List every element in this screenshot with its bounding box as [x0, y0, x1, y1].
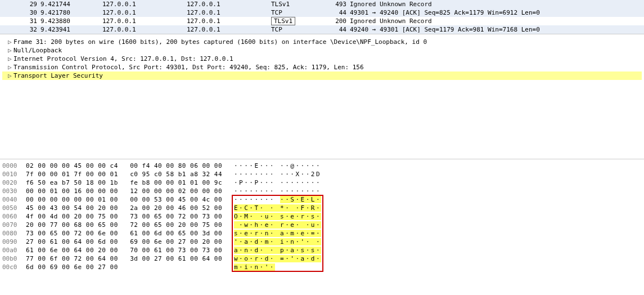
- col-protocol: TLSv1: [271, 17, 316, 25]
- packet-row[interactable]: 319.423880127.0.0.1127.0.0.1TLSv1200Igno…: [0, 17, 644, 25]
- expand-triangle-icon[interactable]: ▷: [8, 38, 13, 46]
- packet-details-tree[interactable]: ▷Frame 31: 200 bytes on wire (1600 bits)…: [0, 34, 644, 159]
- hex-ascii: E·C·T· · *· ·F·R·: [223, 204, 321, 212]
- hex-row[interactable]: 004000 00 00 00 00 00 01 00 00 00 53 00 …: [2, 195, 642, 204]
- hex-ascii: ········ ···X··2D: [223, 170, 321, 178]
- packet-row[interactable]: 329.423941127.0.0.1127.0.0.1TCP4449240 →…: [0, 25, 644, 34]
- hex-ascii: ·w·h·e· r·e· ·u·: [223, 221, 321, 229]
- hex-bytes: f6 50 ea b7 50 18 00 1b fe b8 00 00 01 0…: [26, 178, 223, 187]
- col-time: 9.421780: [40, 8, 102, 17]
- hex-row[interactable]: 0020f6 50 ea b7 50 18 00 1b fe b8 00 00 …: [2, 178, 642, 187]
- col-length: 493: [316, 0, 350, 8]
- hex-bytes: 02 00 00 00 45 00 00 c4 00 f4 40 00 80 0…: [26, 162, 223, 170]
- hex-offset: 0090: [2, 238, 26, 246]
- hex-ascii: O·M· ·u· s·e·r·s·: [223, 212, 321, 221]
- hex-bytes: 73 00 65 00 72 00 6e 00 61 00 6d 00 65 0…: [26, 229, 223, 238]
- hex-ascii: ····E··· ··@·····: [223, 162, 321, 170]
- hex-bytes: 61 00 6e 00 64 00 20 00 70 00 61 00 73 0…: [26, 246, 223, 254]
- packet-row[interactable]: 309.421780127.0.0.1127.0.0.1TCP4449301 →…: [0, 8, 644, 17]
- hex-bytes: 00 00 01 00 16 00 00 00 12 00 00 00 02 0…: [26, 187, 223, 195]
- hex-ascii: ·P··P··· ········: [223, 178, 321, 187]
- expand-triangle-icon[interactable]: ▷: [8, 55, 13, 63]
- hex-offset: 0040: [2, 195, 26, 204]
- col-length: 200: [316, 17, 350, 25]
- col-info: 49240 → 49301 [ACK] Seq=1179 Ack=981 Win…: [350, 25, 643, 34]
- hex-offset: 0080: [2, 229, 26, 238]
- col-source: 127.0.0.1: [102, 25, 187, 34]
- col-time: 9.423880: [40, 17, 102, 25]
- hex-row[interactable]: 00b077 00 6f 00 72 00 64 00 3d 00 27 00 …: [2, 254, 642, 263]
- col-info: Ignored Unknown Record: [350, 0, 643, 8]
- hex-offset: 00a0: [2, 246, 26, 254]
- tree-node[interactable]: ▷Frame 31: 200 bytes on wire (1600 bits)…: [2, 38, 642, 46]
- hex-row[interactable]: 00a061 00 6e 00 64 00 20 00 70 00 61 00 …: [2, 246, 642, 254]
- hex-bytes: 4f 00 4d 00 20 00 75 00 73 00 65 00 72 0…: [26, 212, 223, 221]
- hex-row[interactable]: 00107f 00 00 01 7f 00 00 01 c0 95 c0 58 …: [2, 170, 642, 178]
- hex-bytes: 6d 00 69 00 6e 00 27 00: [26, 263, 223, 271]
- col-no: 30: [1, 8, 40, 17]
- hex-row[interactable]: 00c06d 00 69 00 6e 00 27 00 m·i·n·'·: [2, 263, 642, 271]
- col-time: 9.421744: [40, 0, 102, 8]
- tree-label: Transport Layer Security: [13, 72, 103, 79]
- hex-offset: 00b0: [2, 254, 26, 263]
- tree-node[interactable]: ▷Null/Loopback: [2, 46, 642, 55]
- col-source: 127.0.0.1: [102, 0, 187, 8]
- tree-label: Frame 31: 200 bytes on wire (1600 bits),…: [13, 38, 427, 46]
- tree-node[interactable]: ▷Transmission Control Protocol, Src Port…: [2, 63, 642, 71]
- col-destination: 127.0.0.1: [187, 8, 271, 17]
- col-info: Ignored Unknown Record: [350, 17, 643, 25]
- hex-ascii: w·o·r·d· =·'·a·d·: [223, 254, 321, 263]
- col-no: 31: [1, 17, 40, 25]
- col-info: 49301 → 49240 [ACK] Seq=825 Ack=1179 Win…: [350, 8, 643, 17]
- col-protocol: TCP: [271, 25, 316, 34]
- col-protocol: TLSv1: [271, 0, 316, 8]
- col-no: 32: [1, 25, 40, 34]
- col-length: 44: [316, 25, 350, 34]
- hex-bytes: 27 00 61 00 64 00 6d 00 69 00 6e 00 27 0…: [26, 238, 223, 246]
- hex-row[interactable]: 003000 00 01 00 16 00 00 00 12 00 00 00 …: [2, 187, 642, 195]
- col-destination: 127.0.0.1: [187, 0, 271, 8]
- hex-bytes: 20 00 77 00 68 00 65 00 72 00 65 00 20 0…: [26, 221, 223, 229]
- hex-bytes: 00 00 00 00 00 00 01 00 00 00 53 00 45 0…: [26, 195, 223, 204]
- tree-node[interactable]: ▷Transport Layer Security: [2, 71, 642, 80]
- hex-offset: 0030: [2, 187, 26, 195]
- hex-ascii: '·a·d·m· i·n·'· ·: [223, 238, 321, 246]
- hex-offset: 0070: [2, 221, 26, 229]
- hex-row[interactable]: 007020 00 77 00 68 00 65 00 72 00 65 00 …: [2, 221, 642, 229]
- col-length: 44: [316, 8, 350, 17]
- col-protocol: TCP: [271, 8, 316, 17]
- packet-list-pane[interactable]: 299.421744127.0.0.1127.0.0.1TLSv1493Igno…: [0, 0, 644, 34]
- hex-ascii: m·i·n·'·: [223, 263, 275, 271]
- packet-bytes-hexdump[interactable]: 000002 00 00 00 45 00 00 c4 00 f4 40 00 …: [0, 159, 644, 274]
- hex-ascii: a·n·d· · p·a·s·s·: [223, 246, 321, 254]
- col-destination: 127.0.0.1: [187, 25, 271, 34]
- expand-triangle-icon[interactable]: ▷: [8, 63, 13, 71]
- col-time: 9.423941: [40, 25, 102, 34]
- hex-row[interactable]: 009027 00 61 00 64 00 6d 00 69 00 6e 00 …: [2, 238, 642, 246]
- hex-row[interactable]: 008073 00 65 00 72 00 6e 00 61 00 6d 00 …: [2, 229, 642, 238]
- hex-bytes: 77 00 6f 00 72 00 64 00 3d 00 27 00 61 0…: [26, 254, 223, 263]
- hex-ascii: s·e·r·n· a·m·e·=·: [223, 229, 321, 238]
- hex-bytes: 45 00 43 00 54 00 20 00 2a 00 20 00 46 0…: [26, 204, 223, 212]
- col-source: 127.0.0.1: [102, 17, 187, 25]
- hex-offset: 0020: [2, 178, 26, 187]
- hex-offset: 0010: [2, 170, 26, 178]
- hex-bytes: 7f 00 00 01 7f 00 00 01 c0 95 c0 58 b1 a…: [26, 170, 223, 178]
- col-no: 29: [1, 0, 40, 8]
- tree-label: Null/Loopback: [13, 47, 62, 54]
- hex-row[interactable]: 005045 00 43 00 54 00 20 00 2a 00 20 00 …: [2, 204, 642, 212]
- col-source: 127.0.0.1: [102, 8, 187, 17]
- hex-offset: 0060: [2, 212, 26, 221]
- packet-row[interactable]: 299.421744127.0.0.1127.0.0.1TLSv1493Igno…: [0, 0, 644, 8]
- tree-label: Transmission Control Protocol, Src Port:…: [13, 64, 364, 71]
- col-destination: 127.0.0.1: [187, 17, 271, 25]
- hex-row[interactable]: 000002 00 00 00 45 00 00 c4 00 f4 40 00 …: [2, 162, 642, 170]
- expand-triangle-icon[interactable]: ▷: [8, 71, 13, 80]
- hex-ascii: ········ ··S·E·L·: [223, 195, 321, 204]
- expand-triangle-icon[interactable]: ▷: [8, 46, 13, 55]
- hex-offset: 0050: [2, 204, 26, 212]
- tree-node[interactable]: ▷Internet Protocol Version 4, Src: 127.0…: [2, 55, 642, 63]
- hex-offset: 00c0: [2, 263, 26, 271]
- hex-row[interactable]: 00604f 00 4d 00 20 00 75 00 73 00 65 00 …: [2, 212, 642, 221]
- hex-offset: 0000: [2, 162, 26, 170]
